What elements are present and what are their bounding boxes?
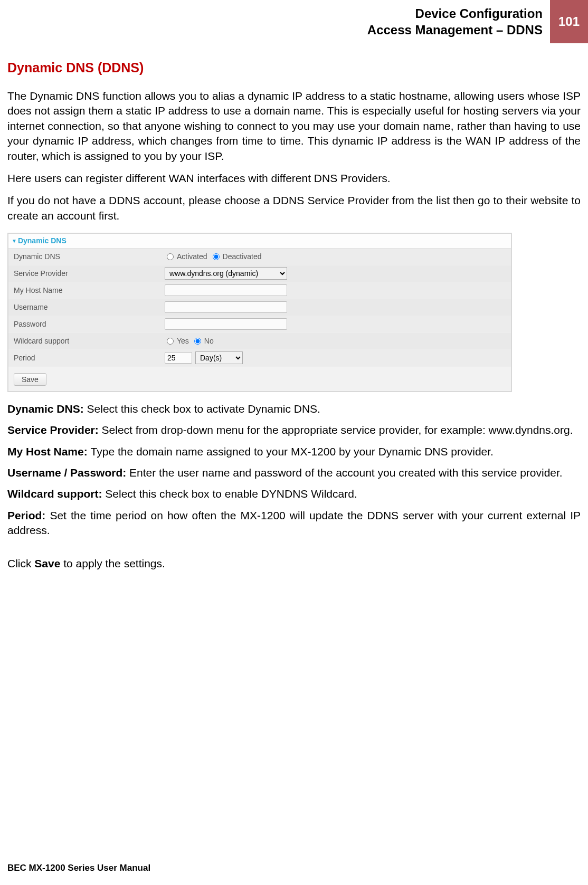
desc-dynamic-dns-val: Select this check box to activate Dynami… (87, 403, 320, 415)
row-save: Save (8, 367, 511, 391)
row-service-provider: Service Provider www.dyndns.org (dynamic… (8, 265, 511, 282)
desc-period: Period: Set the time period on how often… (7, 508, 581, 538)
desc-up-val: Enter the user name and password of the … (129, 467, 563, 479)
desc-host-val: Type the domain name assigned to your MX… (91, 445, 494, 458)
desc-dynamic-dns-key: Dynamic DNS: (7, 403, 87, 415)
intro-para-1: The Dynamic DNS function allows you to a… (7, 89, 581, 164)
input-username[interactable] (165, 301, 287, 313)
closing-pre: Click (7, 557, 34, 569)
desc-period-val: Set the time period on how often the MX-… (7, 509, 581, 536)
desc-wildcard: Wildcard support: Select this check box … (7, 487, 581, 501)
input-password[interactable] (165, 318, 287, 330)
page-header: Device Configuration Access Management –… (0, 0, 588, 43)
input-hostname[interactable] (165, 284, 287, 296)
select-period-unit[interactable]: Day(s) (195, 351, 243, 364)
desc-host-key: My Host Name: (7, 445, 91, 458)
page-number: 101 (550, 0, 588, 43)
closing-post: to apply the settings. (60, 557, 165, 569)
input-period-value[interactable] (165, 352, 192, 364)
ddns-settings-panel: ▼ Dynamic DNS Dynamic DNS Activated Deac… (7, 233, 512, 392)
section-title: Dynamic DNS (DDNS) (7, 59, 581, 77)
label-password: Password (8, 317, 162, 331)
closing-instruction: Click Save to apply the settings. (7, 556, 581, 571)
label-dynamic-dns: Dynamic DNS (8, 250, 162, 264)
save-button[interactable]: Save (14, 373, 46, 386)
desc-sp-val: Select from drop-down menu for the appro… (102, 424, 573, 436)
label-period: Period (8, 351, 162, 365)
row-period: Period Day(s) (8, 350, 511, 367)
desc-wc-val: Select this check box to enable DYNDNS W… (105, 488, 357, 500)
panel-header: ▼ Dynamic DNS (8, 234, 511, 249)
label-hostname: My Host Name (8, 283, 162, 298)
row-password: Password (8, 316, 511, 333)
row-hostname: My Host Name (8, 282, 511, 299)
radio-activated-label: Activated (177, 252, 207, 262)
intro-para-3: If you do not have a DDNS account, pleas… (7, 193, 581, 223)
disclosure-triangle-icon: ▼ (12, 237, 17, 245)
radio-wildcard-yes[interactable] (167, 338, 174, 345)
select-service-provider[interactable]: www.dyndns.org (dynamic) (165, 267, 287, 280)
radio-wildcard-yes-label: Yes (177, 336, 189, 346)
panel-title: Dynamic DNS (18, 236, 67, 246)
desc-hostname: My Host Name: Type the domain name assig… (7, 444, 581, 459)
label-wildcard: Wildcard support (8, 334, 162, 348)
desc-userpass: Username / Password: Enter the user name… (7, 465, 581, 480)
label-username: Username (8, 300, 162, 315)
closing-bold: Save (34, 557, 60, 569)
radio-wildcard-no-label: No (204, 336, 214, 346)
radio-activated[interactable] (167, 253, 174, 260)
header-title-block: Device Configuration Access Management –… (367, 0, 550, 43)
radio-wildcard-no[interactable] (194, 338, 201, 345)
desc-dynamic-dns: Dynamic DNS: Select this check box to ac… (7, 402, 581, 416)
desc-up-key: Username / Password: (7, 467, 129, 479)
radio-deactivated[interactable] (213, 253, 220, 260)
intro-para-2: Here users can register different WAN in… (7, 171, 581, 186)
header-line1: Device Configuration (367, 5, 543, 22)
desc-service-provider: Service Provider: Select from drop-down … (7, 423, 581, 437)
desc-wc-key: Wildcard support: (7, 488, 105, 500)
row-wildcard: Wildcard support Yes No (8, 333, 511, 350)
footer-text: BEC MX-1200 Series User Manual (7, 862, 150, 874)
row-dynamic-dns: Dynamic DNS Activated Deactivated (8, 249, 511, 265)
row-username: Username (8, 299, 511, 316)
label-service-provider: Service Provider (8, 267, 162, 281)
radio-deactivated-label: Deactivated (223, 252, 262, 262)
header-line2: Access Management – DDNS (367, 22, 543, 38)
desc-period-key: Period: (7, 509, 50, 521)
desc-sp-key: Service Provider: (7, 424, 102, 436)
